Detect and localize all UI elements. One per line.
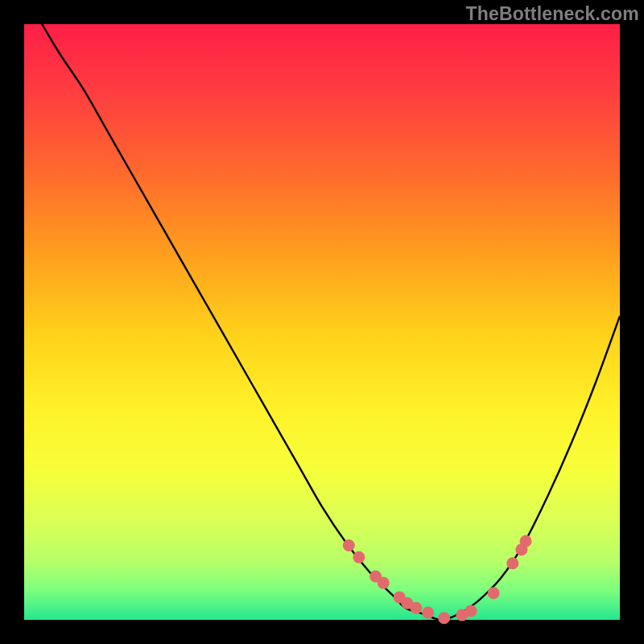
- highlight-dot: [378, 577, 390, 589]
- chart-frame: TheBottleneck.com: [0, 0, 644, 644]
- highlight-dot: [488, 587, 500, 599]
- highlight-dot: [465, 605, 477, 617]
- highlight-dots: [343, 535, 532, 624]
- highlight-dot: [438, 612, 450, 624]
- highlight-dot: [343, 539, 355, 551]
- watermark-text: TheBottleneck.com: [465, 3, 639, 25]
- highlight-dot: [506, 557, 518, 569]
- curve-layer: [24, 24, 620, 620]
- highlight-dot: [353, 551, 365, 564]
- bottleneck-curve: [24, 0, 620, 620]
- highlight-dot: [422, 607, 434, 619]
- highlight-dot: [520, 535, 532, 547]
- highlight-dot: [410, 602, 422, 614]
